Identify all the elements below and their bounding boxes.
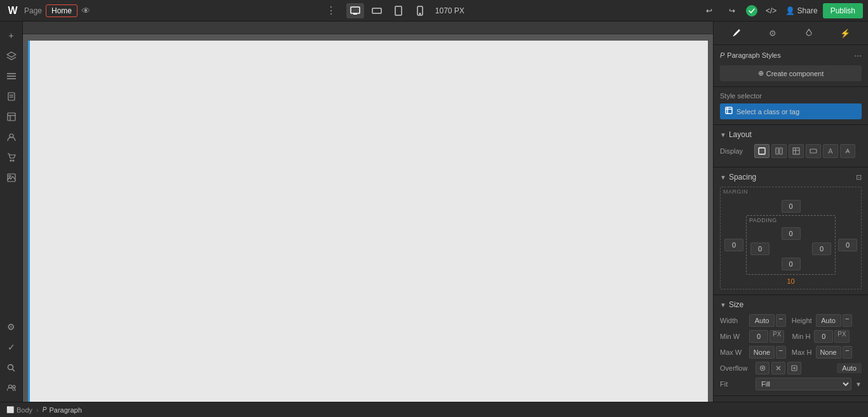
padding-bottom-input[interactable]: [782, 258, 801, 270]
breadcrumb-separator: ›: [36, 406, 39, 414]
svg-rect-1: [353, 13, 357, 15]
padding-left-input[interactable]: [750, 242, 770, 255]
undo-btn[interactable]: ↩: [700, 3, 718, 18]
padding-right-input[interactable]: [812, 242, 831, 255]
paragraph-styles-section: P Paragraph Styles ··· ⊕ Create componen…: [714, 45, 868, 87]
check-tasks-icon[interactable]: ✓: [3, 338, 20, 356]
overflow-visible-icon[interactable]: [756, 362, 770, 374]
redo-btn[interactable]: ↪: [723, 3, 741, 18]
min-w-input[interactable]: [749, 330, 768, 343]
tablet-portrait-btn[interactable]: [390, 3, 407, 18]
max-w-dropdown[interactable]: –: [776, 346, 786, 359]
cart-icon[interactable]: [3, 149, 20, 166]
padding-top-row: [750, 227, 831, 240]
team-icon[interactable]: [3, 379, 20, 397]
gear-tab[interactable]: ⚙: [764, 25, 782, 41]
fit-label: Fit: [720, 380, 752, 388]
margin-top-input[interactable]: [782, 200, 801, 213]
create-component-btn[interactable]: ⊕ Create component: [720, 65, 862, 81]
share-btn[interactable]: 👤 Share: [785, 6, 818, 15]
mobile-btn[interactable]: [411, 3, 429, 18]
svg-line-21: [13, 369, 15, 371]
layers-icon[interactable]: [3, 47, 20, 65]
svg-point-35: [761, 366, 765, 371]
paragraph-breadcrumb[interactable]: P Paragraph: [43, 406, 82, 414]
search-icon[interactable]: [3, 359, 20, 376]
width-input[interactable]: [749, 314, 775, 327]
spacing-arrow-icon: ▼: [720, 174, 726, 181]
fit-row: Fit Fill Fit None ▼: [720, 378, 862, 390]
svg-rect-3: [395, 6, 402, 15]
style-selector-label: Style selector: [720, 92, 862, 100]
canvas-page[interactable]: [28, 41, 708, 402]
water-tab[interactable]: [800, 25, 818, 41]
menu-icon[interactable]: [3, 67, 20, 85]
spacing-title[interactable]: ▼ Spacing: [720, 173, 756, 182]
grid-display-opt[interactable]: [789, 144, 804, 158]
text-display-opt[interactable]: A: [823, 144, 838, 158]
margin-right-input[interactable]: [838, 239, 857, 251]
brush-tab[interactable]: [728, 25, 745, 41]
svg-rect-33: [810, 149, 817, 153]
media-icon[interactable]: [3, 169, 20, 187]
layout-title[interactable]: ▼ Layout: [720, 130, 862, 139]
min-wh-row: Min W PX Min H PX: [720, 330, 862, 343]
code-editor-btn[interactable]: </>: [763, 3, 780, 18]
fit-select[interactable]: Fill Fit None: [756, 378, 851, 390]
canvas-border-line: [28, 41, 30, 402]
visibility-icon[interactable]: 👁: [81, 6, 90, 16]
overflow-scroll-icon[interactable]: [787, 362, 801, 374]
style-selector-placeholder: Select a class or tag: [736, 108, 799, 116]
svg-point-20: [8, 364, 13, 369]
min-h-input[interactable]: [814, 330, 833, 343]
margin-middle-row: PADDING: [724, 215, 857, 275]
block-display-opt[interactable]: [754, 144, 770, 158]
page-icon[interactable]: [3, 88, 20, 105]
overflow-icons: [756, 362, 801, 374]
max-w-input-group: –: [749, 346, 786, 359]
paragraph-styles-menu[interactable]: ···: [854, 50, 862, 60]
display-options: A: [754, 144, 855, 158]
max-h-dropdown[interactable]: –: [843, 346, 853, 359]
width-height-row: Width – Height –: [720, 314, 862, 327]
min-w-input-group: PX: [749, 330, 784, 343]
tablet-landscape-btn[interactable]: [368, 3, 386, 18]
style-selector-input[interactable]: Select a class or tag: [720, 103, 862, 119]
fit-dropdown-arrow: ▼: [855, 381, 862, 388]
canvas-area[interactable]: [23, 34, 713, 402]
svg-rect-0: [351, 7, 360, 13]
component-icon: ⊕: [758, 69, 764, 77]
display-label: Display: [720, 147, 752, 155]
height-input[interactable]: [816, 314, 841, 327]
overflow-row: Overflow Auto: [720, 362, 862, 374]
width-dropdown[interactable]: –: [776, 314, 786, 327]
padding-middle-row: [750, 242, 831, 255]
padding-top-input[interactable]: [782, 227, 801, 240]
add-icon[interactable]: +: [3, 27, 20, 44]
min-w-label: Min W: [720, 333, 745, 340]
desktop-device-btn[interactable]: [346, 3, 364, 18]
body-breadcrumb[interactable]: ⬜ Body: [6, 406, 32, 414]
custom-display-opt[interactable]: [840, 144, 855, 158]
spacing-extra-icon[interactable]: ⊡: [856, 173, 862, 182]
margin-left-input[interactable]: [724, 239, 743, 251]
size-title[interactable]: ▼ Size: [720, 300, 862, 309]
people-icon[interactable]: [3, 128, 20, 146]
margin-box: MARGIN PADDING: [720, 187, 862, 289]
more-options-icon[interactable]: ⋮: [326, 4, 336, 17]
inline-display-opt[interactable]: [806, 144, 821, 158]
max-h-input[interactable]: [816, 346, 841, 359]
settings-icon[interactable]: ⚙: [3, 318, 20, 336]
height-label: Height: [790, 317, 812, 324]
stack-icon[interactable]: [3, 108, 20, 126]
publish-button[interactable]: Publish: [823, 3, 863, 18]
lightning-tab[interactable]: ⚡: [836, 25, 854, 41]
max-w-label: Max W: [720, 348, 745, 356]
page-active-tab[interactable]: Home: [46, 4, 78, 17]
overflow-hidden-icon[interactable]: [771, 362, 785, 374]
spacing-section: ▼ Spacing ⊡ MARGIN PADDING: [714, 168, 868, 295]
flex-display-opt[interactable]: [771, 144, 787, 158]
svg-rect-28: [776, 148, 778, 154]
height-dropdown[interactable]: –: [843, 314, 853, 327]
max-w-input[interactable]: [749, 346, 775, 359]
